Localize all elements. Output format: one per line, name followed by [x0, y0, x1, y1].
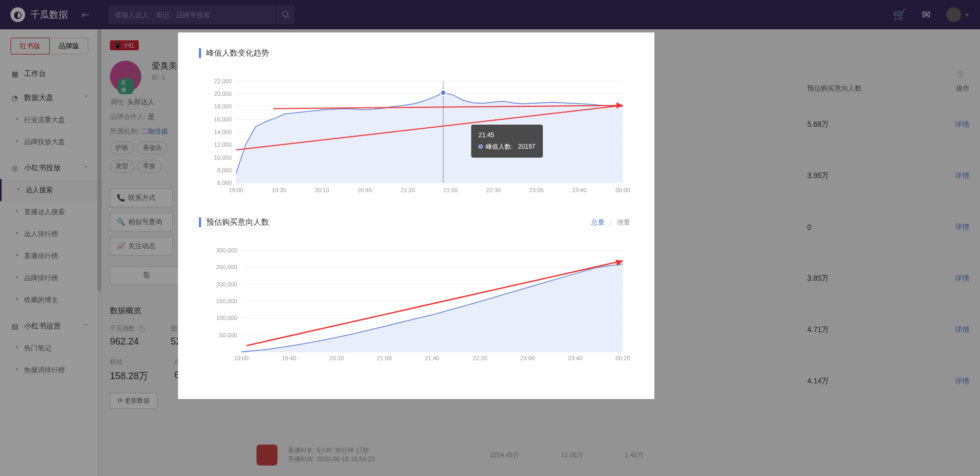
svg-text:8,000: 8,000 [217, 167, 232, 173]
svg-text:21:20: 21:20 [400, 187, 415, 193]
svg-text:19:00: 19:00 [234, 355, 249, 361]
chart-purchase-intent: 预估购买意向人数 总量 | 增量 300,000 250,000 200,000… [199, 217, 633, 371]
dot-icon [478, 145, 483, 149]
svg-text:250,000: 250,000 [216, 264, 237, 270]
intent-chart-svg: 300,000 250,000 200,000 150,000 100,000 … [199, 238, 633, 369]
svg-text:21:40: 21:40 [425, 355, 439, 361]
svg-point-31 [441, 90, 446, 95]
svg-text:23:05: 23:05 [529, 187, 544, 193]
chart-tooltip: 21:45 峰值人数: 20197 [471, 125, 543, 158]
svg-text:6,000: 6,000 [217, 180, 232, 186]
chart-peak-viewers: 峰值人数变化趋势 22,000 20,000 18,000 16,000 14,… [199, 48, 633, 202]
svg-text:22:30: 22:30 [486, 187, 501, 193]
svg-text:200,000: 200,000 [216, 281, 237, 287]
svg-text:14,000: 14,000 [214, 129, 232, 135]
svg-text:20,000: 20,000 [214, 91, 232, 97]
chart-modal: 峰值人数变化趋势 22,000 20,000 18,000 16,000 14,… [178, 32, 654, 399]
chart-title-text: 峰值人数变化趋势 [206, 48, 269, 58]
svg-text:18,000: 18,000 [214, 103, 232, 109]
svg-text:00:20: 00:20 [616, 355, 630, 361]
svg-text:22,000: 22,000 [214, 78, 232, 84]
svg-text:23:00: 23:00 [520, 355, 535, 361]
svg-text:150,000: 150,000 [216, 298, 237, 304]
svg-text:50,000: 50,000 [219, 332, 237, 338]
tab-delta[interactable]: 增量 [614, 218, 633, 226]
svg-text:300,000: 300,000 [216, 247, 237, 253]
svg-text:23:40: 23:40 [568, 355, 583, 361]
peak-chart-svg: 22,000 20,000 18,000 16,000 14,000 12,00… [199, 69, 633, 200]
svg-text:20:20: 20:20 [329, 355, 344, 361]
svg-text:22:20: 22:20 [473, 355, 487, 361]
svg-text:12,000: 12,000 [214, 141, 232, 148]
svg-text:19:00: 19:00 [229, 187, 243, 193]
svg-text:20:10: 20:10 [315, 187, 329, 193]
tab-total[interactable]: 总量 [588, 218, 608, 226]
svg-text:19:40: 19:40 [282, 355, 296, 361]
chart-title-text: 预估购买意向人数 [206, 217, 269, 227]
svg-text:23:40: 23:40 [572, 187, 587, 193]
svg-text:19:35: 19:35 [272, 187, 286, 193]
svg-text:00:00: 00:00 [616, 187, 630, 193]
svg-text:16,000: 16,000 [214, 116, 232, 123]
svg-text:21:55: 21:55 [443, 187, 458, 193]
tooltip-time: 21:45 [478, 130, 536, 141]
svg-text:20:45: 20:45 [358, 187, 372, 193]
chart-tabs: 总量 | 增量 [588, 218, 633, 227]
svg-text:21:00: 21:00 [377, 355, 392, 361]
svg-text:10,000: 10,000 [214, 154, 232, 161]
svg-text:100,000: 100,000 [216, 315, 237, 321]
